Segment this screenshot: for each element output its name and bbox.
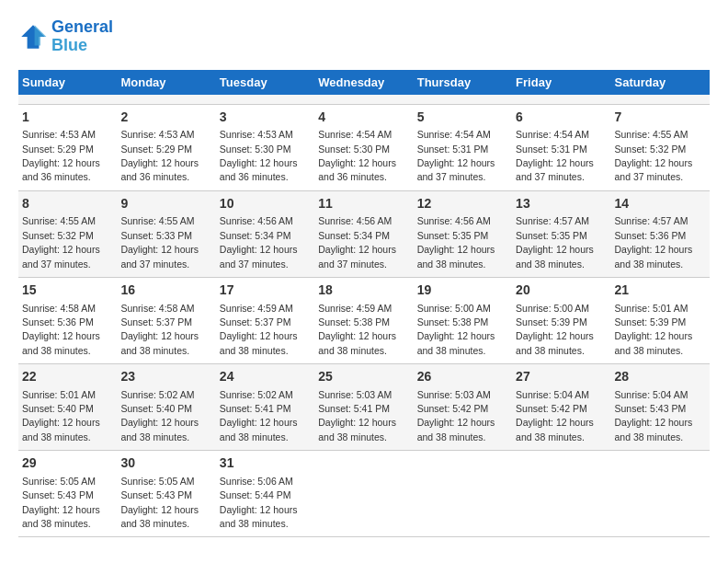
day-info: Sunrise: 4:53 AMSunset: 5:30 PMDaylight:… [220,129,298,182]
calendar-cell: 27Sunrise: 5:04 AMSunset: 5:42 PMDayligh… [512,364,610,451]
calendar-cell: 20Sunrise: 5:00 AMSunset: 5:39 PMDayligh… [512,277,610,363]
calendar-cell: 2Sunrise: 4:53 AMSunset: 5:29 PMDaylight… [117,104,215,190]
calendar-cell [117,95,215,105]
day-info: Sunrise: 5:00 AMSunset: 5:38 PMDaylight:… [417,303,495,356]
calendar-cell [18,95,117,105]
day-info: Sunrise: 4:58 AMSunset: 5:36 PMDaylight:… [22,303,100,356]
day-number: 5 [417,109,508,127]
day-info: Sunrise: 4:53 AMSunset: 5:29 PMDaylight:… [120,129,199,182]
day-info: Sunrise: 4:57 AMSunset: 5:35 PMDaylight:… [516,215,594,269]
svg-marker-1 [35,25,47,45]
day-number: 2 [120,109,211,127]
day-number: 22 [22,368,113,386]
calendar-cell [512,95,610,105]
calendar-cell: 29Sunrise: 5:05 AMSunset: 5:43 PMDayligh… [18,451,117,537]
column-header-tuesday: Tuesday [216,70,314,95]
day-info: Sunrise: 4:58 AMSunset: 5:37 PMDaylight:… [120,303,199,356]
calendar-cell: 15Sunrise: 4:58 AMSunset: 5:36 PMDayligh… [18,277,117,363]
column-header-monday: Monday [117,70,215,95]
calendar-cell: 1Sunrise: 4:53 AMSunset: 5:29 PMDaylight… [18,104,117,190]
day-number: 29 [22,454,113,473]
logo-icon [18,22,48,52]
calendar-cell [414,95,512,105]
day-number: 31 [220,454,311,473]
day-info: Sunrise: 5:05 AMSunset: 5:43 PMDaylight:… [22,476,100,529]
page-header: General Blue [18,18,710,55]
calendar-cell: 12Sunrise: 4:56 AMSunset: 5:35 PMDayligh… [414,190,512,277]
day-number: 30 [120,454,211,473]
day-number: 23 [120,368,211,386]
day-number: 17 [220,282,311,300]
calendar-cell: 4Sunrise: 4:54 AMSunset: 5:30 PMDaylight… [314,104,413,190]
day-info: Sunrise: 4:56 AMSunset: 5:34 PMDaylight:… [220,215,298,269]
calendar-cell: 16Sunrise: 4:58 AMSunset: 5:37 PMDayligh… [117,277,215,363]
calendar-cell: 6Sunrise: 4:54 AMSunset: 5:31 PMDaylight… [512,104,610,190]
calendar-cell [611,451,710,537]
calendar-cell: 23Sunrise: 5:02 AMSunset: 5:40 PMDayligh… [117,364,215,451]
column-header-wednesday: Wednesday [314,70,413,95]
day-info: Sunrise: 4:59 AMSunset: 5:37 PMDaylight:… [220,303,298,356]
day-number: 10 [220,195,311,213]
column-header-friday: Friday [512,70,610,95]
day-info: Sunrise: 5:02 AMSunset: 5:40 PMDaylight:… [120,389,199,442]
day-number: 18 [318,282,409,300]
day-info: Sunrise: 4:55 AMSunset: 5:33 PMDaylight:… [120,215,199,269]
calendar-week-row: 15Sunrise: 4:58 AMSunset: 5:36 PMDayligh… [18,277,710,363]
day-number: 21 [615,282,706,300]
calendar-cell: 24Sunrise: 5:02 AMSunset: 5:41 PMDayligh… [216,364,314,451]
day-number: 1 [22,109,113,127]
day-info: Sunrise: 5:04 AMSunset: 5:43 PMDaylight:… [615,389,693,442]
day-info: Sunrise: 4:53 AMSunset: 5:29 PMDaylight:… [22,129,100,182]
calendar-cell: 21Sunrise: 5:01 AMSunset: 5:39 PMDayligh… [611,277,710,363]
day-number: 25 [318,368,409,386]
calendar-cell: 18Sunrise: 4:59 AMSunset: 5:38 PMDayligh… [314,277,413,363]
calendar-cell: 26Sunrise: 5:03 AMSunset: 5:42 PMDayligh… [414,364,512,451]
day-number: 9 [120,195,211,213]
day-info: Sunrise: 4:54 AMSunset: 5:31 PMDaylight:… [417,129,495,182]
calendar-week-row [18,95,710,105]
day-number: 28 [615,368,706,386]
day-info: Sunrise: 5:02 AMSunset: 5:41 PMDaylight:… [220,389,298,442]
calendar-cell: 17Sunrise: 4:59 AMSunset: 5:37 PMDayligh… [216,277,314,363]
day-number: 24 [220,368,311,386]
day-info: Sunrise: 4:55 AMSunset: 5:32 PMDaylight:… [22,215,100,269]
day-info: Sunrise: 4:59 AMSunset: 5:38 PMDaylight:… [318,303,396,356]
day-info: Sunrise: 4:57 AMSunset: 5:36 PMDaylight:… [615,215,693,269]
day-number: 12 [417,195,508,213]
calendar-week-row: 22Sunrise: 5:01 AMSunset: 5:40 PMDayligh… [18,364,710,451]
day-number: 26 [417,368,508,386]
day-number: 7 [615,109,706,127]
logo-text: General Blue [51,18,113,55]
calendar-cell: 11Sunrise: 4:56 AMSunset: 5:34 PMDayligh… [314,190,413,277]
day-info: Sunrise: 5:01 AMSunset: 5:40 PMDaylight:… [22,389,100,442]
day-number: 13 [516,195,607,213]
calendar-cell [314,451,413,537]
day-info: Sunrise: 5:03 AMSunset: 5:41 PMDaylight:… [318,389,396,442]
calendar-cell: 30Sunrise: 5:05 AMSunset: 5:43 PMDayligh… [117,451,215,537]
calendar-cell: 28Sunrise: 5:04 AMSunset: 5:43 PMDayligh… [611,364,710,451]
day-info: Sunrise: 5:01 AMSunset: 5:39 PMDaylight:… [615,303,693,356]
day-number: 3 [220,109,311,127]
calendar-cell: 3Sunrise: 4:53 AMSunset: 5:30 PMDaylight… [216,104,314,190]
column-header-saturday: Saturday [611,70,710,95]
day-number: 16 [120,282,211,300]
calendar-table: SundayMondayTuesdayWednesdayThursdayFrid… [18,70,710,538]
calendar-cell [512,451,610,537]
column-header-sunday: Sunday [18,70,117,95]
day-number: 6 [516,109,607,127]
calendar-cell: 8Sunrise: 4:55 AMSunset: 5:32 PMDaylight… [18,190,117,277]
calendar-cell [611,95,710,105]
calendar-cell: 13Sunrise: 4:57 AMSunset: 5:35 PMDayligh… [512,190,610,277]
day-info: Sunrise: 5:00 AMSunset: 5:39 PMDaylight:… [516,303,594,356]
calendar-cell: 7Sunrise: 4:55 AMSunset: 5:32 PMDaylight… [611,104,710,190]
calendar-cell [414,451,512,537]
day-info: Sunrise: 5:06 AMSunset: 5:44 PMDaylight:… [220,476,298,529]
day-number: 15 [22,282,113,300]
day-number: 14 [615,195,706,213]
day-info: Sunrise: 5:05 AMSunset: 5:43 PMDaylight:… [120,476,199,529]
calendar-cell: 25Sunrise: 5:03 AMSunset: 5:41 PMDayligh… [314,364,413,451]
calendar-cell: 9Sunrise: 4:55 AMSunset: 5:33 PMDaylight… [117,190,215,277]
day-info: Sunrise: 5:03 AMSunset: 5:42 PMDaylight:… [417,389,495,442]
logo: General Blue [18,18,113,55]
calendar-cell: 31Sunrise: 5:06 AMSunset: 5:44 PMDayligh… [216,451,314,537]
